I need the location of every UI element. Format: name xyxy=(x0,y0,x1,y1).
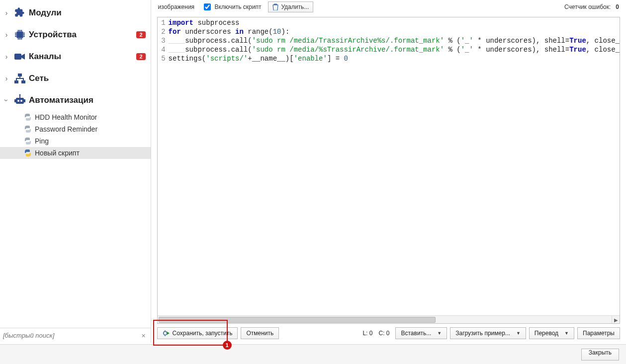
network-icon xyxy=(11,73,29,84)
python-icon xyxy=(23,137,33,145)
sidebar-item-label: Ping xyxy=(33,137,49,145)
script-item-hdd-health[interactable]: HDD Health Monitor xyxy=(0,111,151,123)
translate-dropdown[interactable]: Перевод▼ xyxy=(529,327,574,339)
code-line: 4____subprocess.call('sudo rm /media/%sT… xyxy=(158,45,620,54)
delete-button[interactable]: Удалить... xyxy=(268,1,313,12)
cancel-label: Отменить xyxy=(246,330,273,337)
code-line: 1import subprocess xyxy=(158,18,620,27)
horizontal-scrollbar[interactable]: ▶ xyxy=(158,315,620,323)
script-item-password-reminder[interactable]: Password Reminder xyxy=(0,123,151,135)
camera-icon xyxy=(11,52,29,62)
sidebar: › Модули › Устройства 2 › xyxy=(0,0,151,343)
main-panel: изображения Включить скрипт Удалить... С… xyxy=(151,0,626,343)
sidebar-item-modules[interactable]: › Модули xyxy=(0,2,151,24)
count-badge: 2 xyxy=(136,53,145,60)
sidebar-item-network[interactable]: › Сеть xyxy=(0,68,151,89)
chevron-right-icon: › xyxy=(2,74,11,82)
sidebar-item-label: Автоматизация xyxy=(29,95,146,105)
params-label: Параметры xyxy=(583,330,615,337)
code-editor[interactable]: 1import subprocess2for underscores in ra… xyxy=(157,17,620,324)
python-icon xyxy=(23,125,33,133)
svg-rect-14 xyxy=(18,73,22,76)
load-example-dropdown[interactable]: Загрузить пример...▼ xyxy=(450,327,526,339)
chevron-right-icon: › xyxy=(2,9,11,17)
sidebar-item-channels[interactable]: › Каналы 2 xyxy=(0,46,151,68)
code-content: import subprocess xyxy=(169,18,240,27)
python-icon xyxy=(23,113,33,121)
window-footer: Закрыть xyxy=(0,344,626,364)
annotation-number: 1 xyxy=(223,341,232,350)
svg-point-21 xyxy=(19,94,21,96)
sidebar-item-label: Сеть xyxy=(29,73,146,83)
line-number: 1 xyxy=(158,18,169,27)
nav-tree: › Модули › Устройства 2 › xyxy=(0,0,151,328)
chevron-down-icon: › xyxy=(2,96,10,105)
code-line: 5settings('scripts/'+__name__)['enable']… xyxy=(158,54,620,63)
automation-children: HDD Health Monitor Password Reminder Pin… xyxy=(0,111,151,159)
line-number: 2 xyxy=(158,27,169,36)
quick-search-input[interactable] xyxy=(2,331,138,340)
robot-icon xyxy=(11,94,29,107)
script-item-ping[interactable]: Ping xyxy=(0,135,151,147)
sidebar-item-label: Новый скрипт xyxy=(33,149,80,157)
code-content: ____subprocess.call('sudo rm /media/%sTr… xyxy=(169,45,620,54)
save-run-button[interactable]: Сохранить, запустить xyxy=(157,327,238,339)
close-button[interactable]: Закрыть xyxy=(581,349,619,361)
quick-search-row: × xyxy=(0,328,151,343)
count-badge: 2 xyxy=(136,31,145,38)
svg-rect-16 xyxy=(21,80,25,83)
enable-script-input[interactable] xyxy=(204,3,211,10)
code-content: for underscores in range(10): xyxy=(169,27,290,36)
clear-search-icon[interactable]: × xyxy=(138,332,148,340)
line-number: 3 xyxy=(158,36,169,45)
params-button[interactable]: Параметры xyxy=(577,327,620,339)
error-counter-label: Счетчик ошибок: xyxy=(564,3,611,10)
sidebar-item-label: Password Reminder xyxy=(33,125,97,133)
enable-script-checkbox[interactable]: Включить скрипт xyxy=(202,2,262,12)
svg-rect-17 xyxy=(16,98,24,104)
close-label: Закрыть xyxy=(589,349,612,356)
cursor-line-label: L: 0 xyxy=(362,330,372,337)
sidebar-item-devices[interactable]: › Устройства 2 xyxy=(0,24,151,46)
code-content: ____subprocess.call('sudo rm /media/Tras… xyxy=(169,36,620,45)
code-content: settings('scripts/'+__name__)['enable'] … xyxy=(169,54,348,63)
code-area[interactable]: 1import subprocess2for underscores in ra… xyxy=(158,17,620,315)
sidebar-item-label: Каналы xyxy=(29,52,136,62)
sidebar-item-automation[interactable]: › Автоматизация xyxy=(0,89,151,111)
delete-label: Удалить... xyxy=(281,3,309,10)
svg-point-19 xyxy=(20,100,22,102)
insert-dropdown[interactable]: Вставить...▼ xyxy=(395,327,447,339)
sidebar-item-label: HDD Health Monitor xyxy=(33,113,97,121)
scroll-right-icon[interactable]: ▶ xyxy=(612,316,620,324)
script-item-new-script[interactable]: Новый скрипт xyxy=(0,147,151,159)
svg-rect-13 xyxy=(14,54,21,60)
editor-bottom-bar: Сохранить, запустить Отменить L: 0 C: 0 … xyxy=(151,324,626,343)
chip-icon xyxy=(11,28,29,41)
images-label: изображения xyxy=(158,3,198,10)
line-number: 5 xyxy=(158,54,169,63)
svg-rect-15 xyxy=(14,80,18,83)
caret-down-icon: ▼ xyxy=(437,331,442,336)
svg-rect-0 xyxy=(17,32,23,38)
save-run-label: Сохранить, запустить xyxy=(173,330,233,337)
enable-script-label: Включить скрипт xyxy=(215,3,262,10)
sidebar-item-label: Модули xyxy=(29,8,146,18)
load-example-label: Загрузить пример... xyxy=(455,330,510,337)
caret-down-icon: ▼ xyxy=(564,331,569,336)
scroll-thumb[interactable] xyxy=(159,317,436,323)
trash-icon xyxy=(272,3,278,10)
cancel-button[interactable]: Отменить xyxy=(241,327,279,339)
code-line: 2for underscores in range(10): xyxy=(158,27,620,36)
svg-rect-23 xyxy=(24,99,25,102)
code-line: 3____subprocess.call('sudo rm /media/Tra… xyxy=(158,36,620,45)
chevron-right-icon: › xyxy=(2,53,11,61)
chevron-right-icon: › xyxy=(2,31,11,39)
sidebar-item-label: Устройства xyxy=(29,30,136,40)
script-toolbar: изображения Включить скрипт Удалить... С… xyxy=(151,0,626,14)
caret-down-icon: ▼ xyxy=(516,331,521,336)
error-counter-value: 0 xyxy=(616,3,619,10)
translate-label: Перевод xyxy=(535,330,558,337)
insert-label: Вставить... xyxy=(401,330,431,337)
line-number: 4 xyxy=(158,45,169,54)
gear-run-icon xyxy=(163,330,170,337)
